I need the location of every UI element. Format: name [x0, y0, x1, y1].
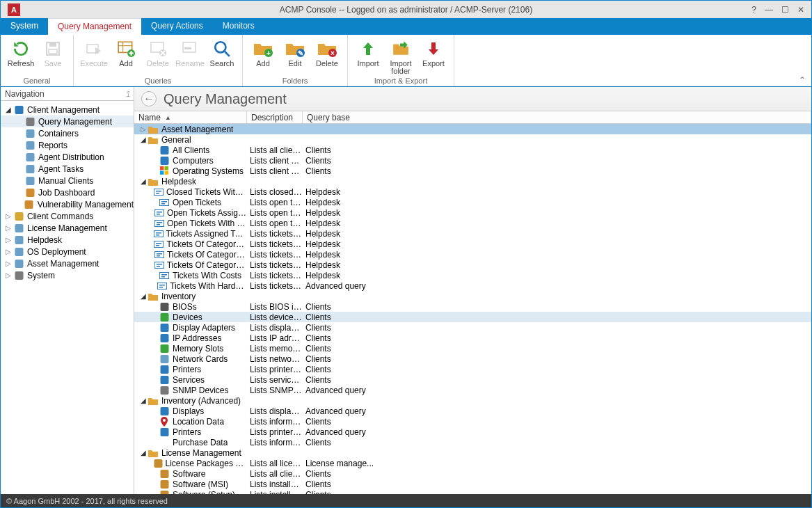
query-row[interactable]: Tickets Of Category 'Har...Lists tickets…: [134, 249, 811, 260]
nav-job-dashboard[interactable]: Job Dashboard: [1, 186, 134, 198]
query-row[interactable]: Tickets Of Category 'Soft...Lists ticket…: [134, 260, 811, 270]
nav-query-management[interactable]: Query Management: [1, 116, 134, 127]
maximize-icon[interactable]: ☐: [781, 5, 789, 15]
query-row[interactable]: IP AddressesLists IP adresse...Clients: [134, 333, 811, 343]
ribbon-fedit[interactable]: ✎Edit: [279, 36, 311, 77]
ribbon-collapse-icon[interactable]: ⌃: [799, 75, 806, 85]
folder-row[interactable]: ◢Inventory (Advanced): [134, 395, 811, 406]
col-description[interactable]: Description: [247, 111, 303, 123]
query-row[interactable]: Tickets With CostsLists tickets tha...He…: [134, 270, 811, 280]
back-button[interactable]: ←: [141, 91, 157, 106]
ribbon-fadd[interactable]: +Add: [247, 36, 279, 77]
query-row[interactable]: All ClientsLists all clientsClients: [134, 145, 811, 155]
tree-toggle-icon[interactable]: ◢: [5, 106, 12, 113]
close-icon[interactable]: ✕: [797, 5, 804, 15]
row-description: Lists tickets tha...: [247, 239, 303, 249]
navigation-panel: Navigation ⟟ ◢Client ManagementQuery Man…: [1, 87, 134, 494]
menu-tab-query-actions[interactable]: Query Actions: [141, 18, 213, 35]
tree-toggle-icon[interactable]: ◢: [140, 449, 146, 457]
ribbon-fdel[interactable]: ×Delete: [311, 36, 343, 77]
nav-client-commands[interactable]: ▷Client Commands: [1, 210, 134, 222]
nav-license-management[interactable]: ▷License Management: [1, 222, 134, 234]
query-row[interactable]: DevicesLists devices of ...Clients: [134, 312, 811, 322]
gear-y-icon: [13, 212, 24, 221]
tree-toggle-icon[interactable]: ▷: [5, 260, 12, 267]
tree-toggle-icon[interactable]: ▷: [5, 212, 12, 220]
ribbon-importf[interactable]: Import folder: [384, 36, 417, 77]
query-row[interactable]: Software (MSI)Lists installed M...Client…: [134, 479, 811, 489]
svg-rect-21: [26, 118, 34, 126]
query-row[interactable]: License Packages With Cli...Lists all li…: [134, 458, 811, 468]
query-row[interactable]: Location DataLists informatio...Clients: [134, 416, 811, 427]
ribbon-refresh[interactable]: Refresh: [5, 36, 37, 77]
tree-toggle-icon[interactable]: ▷: [5, 271, 12, 279]
tree-toggle-icon[interactable]: ◢: [140, 136, 146, 143]
query-row[interactable]: Closed Tickets With Work...Lists closed …: [134, 186, 811, 197]
grid-del-icon: [148, 39, 168, 58]
query-row[interactable]: Open Tickets Assigned T...Lists open tic…: [134, 207, 811, 218]
tree-toggle-icon[interactable]: ▷: [5, 224, 12, 232]
query-row[interactable]: Open TicketsLists open ticketsHelpdesk: [134, 197, 811, 207]
folder-row[interactable]: ◢Helpdesk: [134, 176, 811, 186]
nav-reports[interactable]: Reports: [1, 139, 134, 151]
minimize-icon[interactable]: —: [765, 5, 773, 15]
svg-rect-61: [157, 255, 160, 257]
query-row[interactable]: Tickets Of Category (Dyn...Lists tickets…: [134, 239, 811, 249]
query-row[interactable]: ServicesLists services of...Clients: [134, 374, 811, 385]
folder-row[interactable]: ◢License Management: [134, 447, 811, 458]
pin-icon[interactable]: ⟟: [127, 89, 129, 99]
tree-toggle-icon[interactable]: ◢: [140, 177, 146, 185]
folder-row[interactable]: ◢General: [134, 134, 811, 145]
nav-client-management[interactable]: ◢Client Management: [1, 104, 134, 116]
query-row[interactable]: DisplaysLists displays fr...Advanced que…: [134, 406, 811, 416]
nav-containers[interactable]: Containers: [1, 127, 134, 139]
tree-toggle-icon[interactable]: ◢: [140, 292, 146, 300]
query-row[interactable]: ComputersLists client hard...Clients: [134, 155, 811, 166]
folder-row[interactable]: ▷Asset Management: [134, 124, 811, 134]
menu-tab-system[interactable]: System: [1, 18, 48, 35]
folder-row[interactable]: ◢Inventory: [134, 291, 811, 301]
svg-rect-62: [154, 262, 164, 269]
query-row[interactable]: Tickets With HardwareLists tickets tha..…: [134, 280, 811, 291]
row-description: Lists open ticke...: [247, 219, 303, 228]
row-name: Tickets Of Category (Dyn...: [166, 239, 247, 249]
tree-toggle-icon[interactable]: ◢: [140, 397, 146, 404]
menu-tab-monitors[interactable]: Monitors: [213, 18, 264, 35]
query-row[interactable]: SoftwareLists all clients ...Clients: [134, 468, 811, 479]
query-row[interactable]: SNMP DevicesLists SNMP devi...Advanced q…: [134, 385, 811, 395]
tree-toggle-icon[interactable]: ▷: [5, 248, 12, 255]
query-row[interactable]: Purchase DataLists informatio...Clients: [134, 437, 811, 447]
ribbon-add[interactable]: Add: [110, 36, 142, 77]
query-row[interactable]: BIOSsLists BIOS infor...Clients: [134, 301, 811, 312]
ribbon-import[interactable]: Import: [352, 36, 384, 77]
nav-os-deployment[interactable]: ▷OS Deployment: [1, 246, 134, 257]
nav-system[interactable]: ▷System: [1, 269, 134, 281]
ribbon-search[interactable]: Search: [206, 36, 238, 77]
col-name[interactable]: Name▲: [134, 111, 247, 123]
col-query-base[interactable]: Query base: [303, 111, 811, 123]
tree-toggle-icon[interactable]: ▷: [5, 236, 12, 244]
query-row[interactable]: Memory SlotsLists memory sl...Clients: [134, 343, 811, 354]
menu-tab-query-management[interactable]: Query Management: [48, 18, 141, 35]
help-icon[interactable]: ?: [751, 5, 756, 15]
content-header: ← Query Management: [134, 87, 811, 111]
window-title: ACMP Console -- Logged on as administrat…: [280, 5, 532, 15]
nav-helpdesk[interactable]: ▷Helpdesk: [1, 234, 134, 246]
query-row[interactable]: PrintersLists printers of...Clients: [134, 364, 811, 374]
ribbon-export[interactable]: Export: [417, 36, 449, 77]
query-row[interactable]: Operating SystemsLists client OS i...Cli…: [134, 166, 811, 176]
nav-agent-distribution[interactable]: Agent Distribution: [1, 151, 134, 163]
query-row[interactable]: Software (Setup)Lists installed s...Clie…: [134, 489, 811, 494]
query-row[interactable]: Tickets Assigned To NobodyLists tickets …: [134, 228, 811, 239]
nav-asset-management[interactable]: ▷Asset Management: [1, 257, 134, 269]
tree-toggle-icon[interactable]: ▷: [140, 125, 146, 133]
svg-rect-83: [154, 459, 162, 468]
nav-manual-clients[interactable]: Manual Clients: [1, 175, 134, 186]
nav-agent-tasks[interactable]: Agent Tasks: [1, 163, 134, 175]
query-row[interactable]: Display AdaptersLists display ad...Clien…: [134, 322, 811, 333]
grid-body[interactable]: ▷Asset Management◢GeneralAll ClientsList…: [134, 124, 811, 494]
query-row[interactable]: PrintersLists printers fr...Advanced que…: [134, 427, 811, 437]
query-row[interactable]: Open Tickets With Worki...Lists open tic…: [134, 218, 811, 228]
query-row[interactable]: Network CardsLists network c...Clients: [134, 354, 811, 364]
nav-vulnerability-management[interactable]: Vulnerability Management: [1, 198, 134, 210]
